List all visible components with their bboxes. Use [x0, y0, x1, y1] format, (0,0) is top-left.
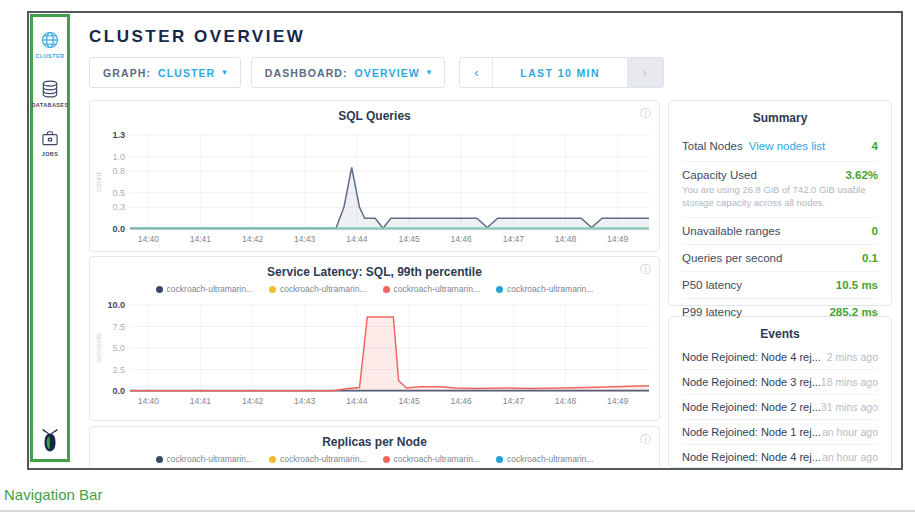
capacity-used-label: Capacity Used [682, 169, 757, 181]
summary-panel: Summary Total NodesView nodes list 4 Cap… [668, 100, 892, 306]
svg-text:14:48: 14:48 [555, 234, 577, 244]
legend-item: cockroach-ultramarin... [383, 283, 480, 295]
chart-title: Service Latency: SQL, 99th percentile [90, 265, 659, 279]
legend-dot-icon [269, 456, 276, 463]
service-latency-panel: Service Latency: SQL, 99th percentile ⓘ … [89, 256, 660, 421]
sql-queries-chart[interactable]: 14:4014:4114:4214:4314:4414:4514:4614:47… [94, 125, 659, 245]
legend-label: cockroach-ultramarin... [280, 454, 366, 464]
main-content: CLUSTER OVERVIEW GRAPH: CLUSTER ▾ DASHBO… [73, 13, 901, 468]
replicas-per-node-chart[interactable]: 400 [94, 467, 659, 468]
events-title: Events [682, 327, 878, 341]
chart-title: SQL Queries [90, 109, 659, 123]
svg-text:14:43: 14:43 [294, 396, 316, 406]
svg-text:14:48: 14:48 [555, 396, 577, 406]
time-range-prev-button[interactable]: ‹ [460, 58, 493, 87]
bottom-divider [0, 510, 915, 512]
sidebar-item-jobs[interactable]: JOBS [40, 128, 60, 157]
legend-dot-icon [156, 456, 163, 463]
summary-row-unavailable-ranges: Unavailable ranges 0 [682, 217, 878, 244]
legend-label: cockroach-ultramarin... [507, 284, 593, 294]
total-nodes-value: 4 [872, 140, 878, 152]
svg-text:14:46: 14:46 [451, 396, 473, 406]
dashboard-dropdown[interactable]: DASHBOARD: OVERVIEW ▾ [251, 57, 445, 88]
event-timestamp: an hour ago [822, 426, 878, 438]
graph-dropdown[interactable]: GRAPH: CLUSTER ▾ [89, 57, 241, 88]
event-timestamp: 2 mins ago [827, 351, 878, 363]
summary-row-p50: P50 latency 10.5 ms [682, 271, 878, 298]
legend-dot-icon [383, 456, 390, 463]
qps-value: 0.1 [862, 252, 878, 264]
legend-label: cockroach-ultramarin... [280, 284, 366, 294]
info-icon[interactable]: ⓘ [640, 262, 651, 277]
event-timestamp: an hour ago [822, 451, 878, 463]
svg-text:14:43: 14:43 [294, 234, 316, 244]
dashboard-dropdown-label: DASHBOARD: [265, 67, 348, 79]
svg-text:14:46: 14:46 [451, 234, 473, 244]
sidebar-item-databases[interactable]: DATABASES [32, 79, 69, 108]
event-text: Node Rejoined: Node 3 rej... [682, 376, 821, 388]
svg-text:14:49: 14:49 [607, 234, 629, 244]
navigation-bar: CLUSTER DATABASES JOBS [30, 14, 70, 462]
legend-dot-icon [383, 286, 390, 293]
p99-latency-value: 285.2 ms [829, 306, 878, 318]
legend-item: cockroach-ultramarin... [156, 283, 253, 295]
briefcase-icon [40, 128, 60, 148]
globe-icon [40, 30, 60, 50]
chevron-down-icon: ▾ [427, 67, 432, 77]
sidebar-item-cluster[interactable]: CLUSTER [36, 30, 65, 59]
svg-text:5.0: 5.0 [112, 343, 125, 353]
chart-title: Replicas per Node [90, 435, 659, 449]
summary-row-capacity: Capacity Used 3.62% You are using 26.8 G… [682, 161, 878, 217]
legend-dot-icon [156, 286, 163, 293]
summary-row-total-nodes: Total NodesView nodes list 4 [682, 129, 878, 161]
database-icon [40, 79, 60, 99]
graph-dropdown-label: GRAPH: [103, 67, 151, 79]
p50-latency-label: P50 latency [682, 279, 742, 291]
service-latency-chart[interactable]: 14:4014:4114:4214:4314:4414:4514:4614:47… [94, 297, 659, 407]
svg-text:count: count [94, 171, 103, 191]
svg-text:1.0: 1.0 [112, 152, 125, 162]
legend-label: cockroach-ultramarin... [394, 454, 480, 464]
svg-text:14:44: 14:44 [346, 234, 368, 244]
chevron-left-icon: ‹ [474, 65, 478, 80]
legend-item: cockroach-ultramarin... [383, 453, 480, 465]
event-row: Node Rejoined: Node 4 rej...2 mins ago [682, 345, 878, 369]
event-timestamp: 31 mins ago [821, 401, 878, 413]
legend-item: cockroach-ultramarin... [269, 453, 366, 465]
sidebar-item-label: JOBS [42, 151, 59, 157]
page-title: CLUSTER OVERVIEW [89, 27, 889, 47]
svg-text:14:47: 14:47 [503, 396, 525, 406]
svg-text:2.5: 2.5 [112, 365, 125, 375]
svg-text:1.3: 1.3 [112, 130, 125, 140]
info-icon[interactable]: ⓘ [640, 106, 651, 121]
svg-text:14:45: 14:45 [398, 396, 420, 406]
legend-label: cockroach-ultramarin... [394, 284, 480, 294]
legend-dot-icon [496, 286, 503, 293]
time-range-selector[interactable]: LAST 10 MIN [493, 58, 627, 87]
cockroachdb-logo [39, 427, 61, 453]
svg-text:seconds: seconds [94, 333, 103, 363]
svg-text:7.5: 7.5 [112, 322, 125, 332]
p99-latency-label: P99 latency [682, 306, 742, 318]
legend-label: cockroach-ultramarin... [167, 454, 253, 464]
svg-text:0.0: 0.0 [112, 386, 125, 396]
admin-ui-window: CLUSTER DATABASES JOBS [27, 11, 903, 470]
unavailable-ranges-label: Unavailable ranges [682, 225, 780, 237]
time-range-widget: ‹ LAST 10 MIN › [459, 57, 664, 88]
info-icon[interactable]: ⓘ [640, 432, 651, 447]
svg-text:14:42: 14:42 [242, 234, 264, 244]
summary-title: Summary [682, 111, 878, 125]
svg-text:14:45: 14:45 [398, 234, 420, 244]
legend-label: cockroach-ultramarin... [167, 284, 253, 294]
svg-text:0.8: 0.8 [112, 166, 125, 176]
capacity-note: You are using 26.8 GiB of 742.0 GiB usab… [682, 184, 878, 210]
sidebar-item-label: CLUSTER [36, 53, 65, 59]
p50-latency-value: 10.5 ms [836, 279, 878, 291]
view-nodes-list-link[interactable]: View nodes list [749, 140, 826, 152]
svg-text:14:41: 14:41 [190, 234, 212, 244]
time-range-next-button[interactable]: › [627, 58, 663, 87]
svg-text:14:40: 14:40 [138, 234, 160, 244]
event-row: Node Rejoined: Node 3 rej...18 mins ago [682, 369, 878, 394]
legend-item: cockroach-ultramarin... [496, 453, 593, 465]
controls-row: GRAPH: CLUSTER ▾ DASHBOARD: OVERVIEW ▾ ‹… [89, 57, 889, 88]
